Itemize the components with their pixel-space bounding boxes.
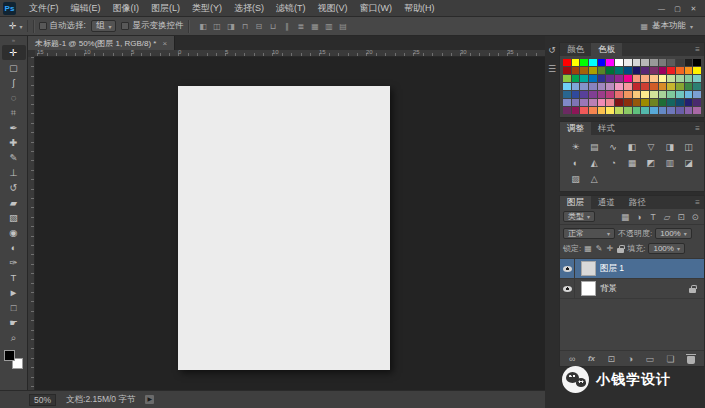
auto-align-icon[interactable]: ▥ — [323, 22, 334, 31]
color-swatch[interactable] — [659, 107, 667, 114]
color-swatch[interactable] — [659, 67, 667, 74]
color-swatch[interactable] — [615, 91, 623, 98]
color-swatch[interactable] — [615, 67, 623, 74]
eyedropper-tool[interactable]: ✒ — [2, 120, 26, 135]
menu-item[interactable]: 选择(S) — [228, 0, 270, 17]
filter-type-dropdown[interactable]: 类型 ▾ — [563, 211, 595, 222]
color-swatch[interactable] — [667, 75, 675, 82]
color-swatch[interactable] — [598, 75, 606, 82]
color-swatch[interactable] — [615, 107, 623, 114]
history-brush-tool[interactable]: ↺ — [2, 180, 26, 195]
color-swatch[interactable] — [615, 99, 623, 106]
color-swatch[interactable] — [641, 75, 649, 82]
color-swatch[interactable] — [685, 83, 693, 90]
color-swatch[interactable] — [572, 75, 580, 82]
color-swatch[interactable] — [589, 83, 597, 90]
color-swatch[interactable] — [606, 107, 614, 114]
filter-type-icon[interactable]: T — [647, 212, 659, 222]
color-swatch[interactable] — [659, 75, 667, 82]
posterize-icon[interactable]: ▥ — [661, 156, 678, 169]
exposure-icon[interactable]: ◧ — [624, 140, 641, 153]
menu-item[interactable]: 类型(Y) — [186, 0, 228, 17]
distribute-widths-icon[interactable]: ▦ — [309, 22, 320, 31]
document-canvas[interactable] — [178, 86, 390, 370]
color-balance-icon[interactable]: ◫ — [680, 140, 697, 153]
color-swatch[interactable] — [641, 83, 649, 90]
panel-menu-icon[interactable]: ≡ — [695, 196, 704, 209]
color-swatch[interactable] — [624, 75, 632, 82]
properties-panel-icon[interactable]: ☰ — [548, 64, 556, 74]
canvas-area[interactable]: 1510505101520253035 — [28, 50, 545, 390]
new-layer-icon[interactable]: ❏ — [666, 354, 674, 364]
color-swatch[interactable] — [676, 83, 684, 90]
align-h-center-icon[interactable]: ◫ — [211, 22, 222, 31]
color-swatch[interactable] — [641, 91, 649, 98]
color-swatch[interactable] — [667, 99, 675, 106]
color-swatch[interactable] — [624, 67, 632, 74]
color-swatch[interactable] — [659, 91, 667, 98]
add-layer-mask-icon[interactable]: ⊡ — [607, 354, 615, 364]
color-swatch[interactable] — [572, 67, 580, 74]
color-swatch[interactable] — [693, 75, 701, 82]
panel-tab[interactable]: 样式 — [591, 122, 622, 135]
photo-filter-icon[interactable]: ◭ — [586, 156, 603, 169]
color-swatch[interactable] — [598, 59, 606, 66]
align-top-icon[interactable]: ⊓ — [239, 22, 250, 31]
brightness-contrast-icon[interactable]: ☀ — [567, 140, 584, 153]
menu-item[interactable]: 视图(V) — [312, 0, 354, 17]
menu-item[interactable]: 图像(I) — [107, 0, 146, 17]
distribute-v-icon[interactable]: ≣ — [295, 22, 306, 31]
color-lookup-icon[interactable]: ▦ — [624, 156, 641, 169]
distribute-h-icon[interactable]: ∥ — [281, 22, 292, 31]
color-swatch[interactable] — [615, 83, 623, 90]
color-swatch[interactable] — [685, 67, 693, 74]
color-swatch[interactable] — [589, 91, 597, 98]
color-swatch[interactable] — [624, 107, 632, 114]
color-swatch[interactable] — [589, 99, 597, 106]
color-swatch[interactable] — [685, 75, 693, 82]
color-swatch[interactable] — [580, 99, 588, 106]
color-swatch[interactable] — [676, 75, 684, 82]
menu-item[interactable]: 编辑(E) — [65, 0, 107, 17]
shape-tool[interactable]: □ — [2, 300, 26, 315]
color-swatch[interactable] — [606, 91, 614, 98]
align-right-icon[interactable]: ◨ — [225, 22, 236, 31]
color-swatch[interactable] — [589, 75, 597, 82]
workspace-switcher[interactable]: ▦ 基本功能 ▾ — [633, 20, 700, 32]
color-swatch[interactable] — [667, 59, 675, 66]
blend-mode-dropdown[interactable]: 正常 ▾ — [563, 228, 615, 239]
lock-transparency-icon[interactable]: ▦ — [584, 244, 592, 253]
color-swatch[interactable] — [693, 91, 701, 98]
color-swatch[interactable] — [572, 83, 580, 90]
show-transform-checkbox[interactable]: 显示变换控件 — [121, 20, 183, 32]
color-swatch[interactable] — [650, 67, 658, 74]
color-swatch[interactable] — [641, 99, 649, 106]
vertical-ruler[interactable] — [28, 57, 35, 390]
align-bottom-icon[interactable]: ⊔ — [267, 22, 278, 31]
gradient-map-icon[interactable]: ▨ — [567, 172, 584, 185]
toolbar-collapse-icon[interactable]: » — [12, 36, 15, 45]
restore-icon[interactable]: ▢ — [671, 2, 684, 15]
color-swatch[interactable] — [572, 91, 580, 98]
color-swatch[interactable] — [667, 91, 675, 98]
tool-preset-button[interactable]: ✛ ▾ — [5, 20, 28, 32]
color-swatch[interactable] — [580, 83, 588, 90]
color-swatch[interactable] — [563, 99, 571, 106]
color-swatch[interactable] — [685, 91, 693, 98]
align-left-icon[interactable]: ◧ — [197, 22, 208, 31]
color-swatch[interactable] — [563, 107, 571, 114]
color-swatch[interactable] — [650, 99, 658, 106]
panel-menu-icon[interactable]: ≡ — [695, 43, 704, 56]
color-swatch[interactable] — [589, 59, 597, 66]
close-icon[interactable]: × — [162, 39, 167, 48]
invert-icon[interactable]: ◩ — [642, 156, 659, 169]
color-swatch[interactable] — [650, 83, 658, 90]
new-group-icon[interactable]: ▭ — [645, 354, 654, 364]
color-swatch[interactable] — [659, 99, 667, 106]
color-swatch[interactable] — [563, 59, 571, 66]
link-layers-icon[interactable]: ∞ — [569, 354, 575, 364]
color-swatch[interactable] — [624, 59, 632, 66]
color-swatch[interactable] — [633, 107, 641, 114]
color-swatch[interactable] — [563, 67, 571, 74]
black-white-icon[interactable]: ◐ — [567, 156, 584, 169]
